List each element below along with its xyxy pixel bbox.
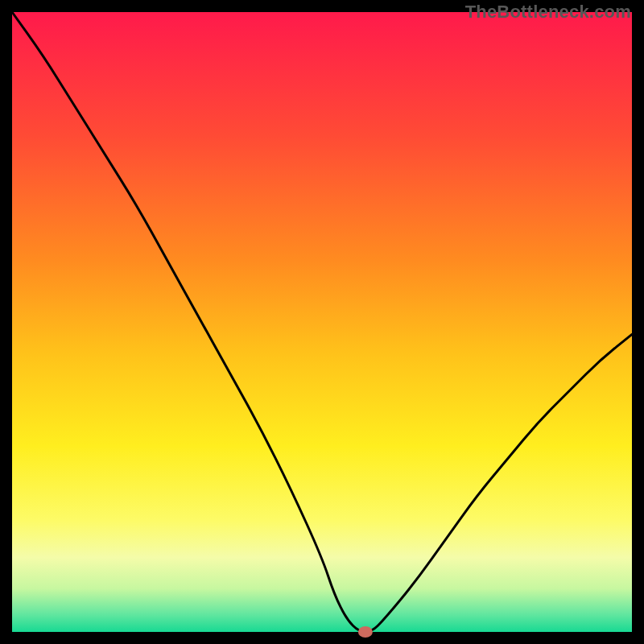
chart-canvas	[0, 0, 644, 644]
optimal-point-marker	[358, 626, 373, 638]
chart-gradient-background	[12, 12, 632, 632]
watermark-text: TheBottleneck.com	[465, 2, 631, 23]
bottleneck-chart: TheBottleneck.com	[0, 0, 644, 644]
